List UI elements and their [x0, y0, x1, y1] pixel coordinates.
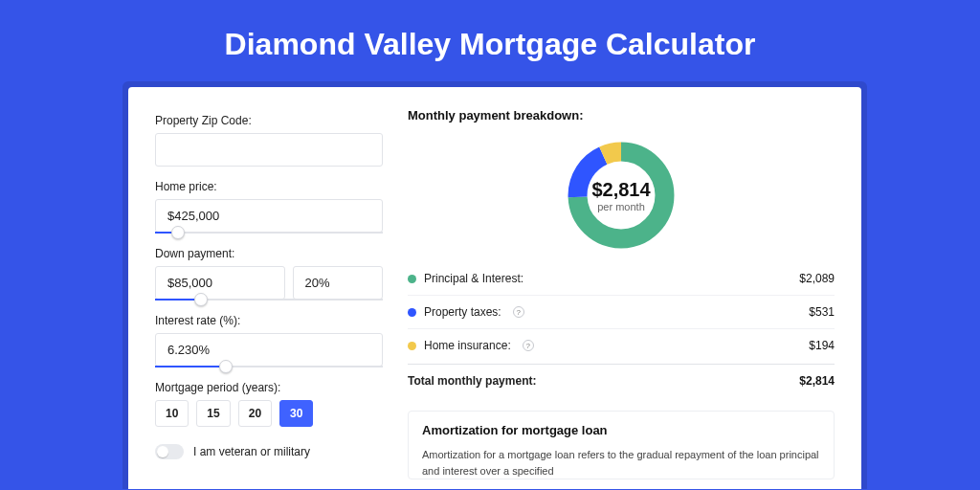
donut-chart-container: $2,814 per month	[408, 132, 835, 262]
home-price-slider[interactable]	[155, 232, 383, 234]
home-price-slider-thumb[interactable]	[171, 226, 185, 239]
donut-amount: $2,814	[591, 179, 650, 201]
mortgage-period-field: Mortgage period (years): 10 15 20 30	[155, 381, 383, 427]
home-price-field: Home price:	[155, 180, 383, 234]
legend-total-label: Total monthly payment:	[408, 374, 536, 388]
legend-value-taxes: $531	[809, 305, 835, 319]
down-payment-field: Down payment:	[155, 247, 383, 301]
donut-center: $2,814 per month	[564, 138, 679, 253]
period-option-10[interactable]: 10	[155, 400, 189, 427]
swatch-insurance	[408, 342, 416, 350]
legend-row-principal: Principal & Interest: $2,089	[408, 262, 835, 295]
veteran-toggle-knob	[157, 446, 168, 457]
interest-rate-slider[interactable]	[155, 366, 383, 368]
home-price-input[interactable]	[155, 199, 383, 233]
amortization-box: Amortization for mortgage loan Amortizat…	[408, 411, 835, 479]
veteran-toggle-label: I am veteran or military	[193, 445, 310, 458]
home-price-label: Home price:	[155, 180, 383, 193]
amortization-text: Amortization for a mortgage loan refers …	[422, 447, 820, 479]
legend-row-taxes: Property taxes: ? $531	[408, 295, 835, 328]
down-payment-slider[interactable]	[155, 299, 383, 301]
interest-rate-label: Interest rate (%):	[155, 314, 383, 327]
legend-label-taxes: Property taxes:	[424, 305, 501, 319]
swatch-taxes	[408, 308, 416, 317]
legend-row-insurance: Home insurance: ? $194	[408, 328, 835, 362]
interest-rate-field: Interest rate (%):	[155, 314, 383, 368]
calculator-card: Property Zip Code: Home price: Down paym…	[128, 87, 861, 489]
page-title: Diamond Valley Mortgage Calculator	[0, 0, 980, 81]
down-payment-input[interactable]	[155, 266, 285, 300]
donut-subtext: per month	[597, 201, 645, 212]
breakdown-column: Monthly payment breakdown: $2,814 per mo…	[406, 87, 861, 489]
form-column: Property Zip Code: Home price: Down paym…	[128, 87, 406, 489]
down-payment-slider-thumb[interactable]	[194, 293, 208, 306]
info-icon[interactable]: ?	[523, 340, 534, 351]
legend: Principal & Interest: $2,089 Property ta…	[408, 262, 835, 397]
swatch-principal	[408, 275, 416, 283]
info-icon[interactable]: ?	[513, 306, 524, 318]
period-option-20[interactable]: 20	[238, 400, 272, 427]
breakdown-title: Monthly payment breakdown:	[408, 108, 835, 122]
zip-code-input[interactable]	[155, 133, 383, 167]
interest-rate-input[interactable]	[155, 333, 383, 367]
mortgage-period-label: Mortgage period (years):	[155, 381, 383, 394]
veteran-toggle[interactable]	[155, 444, 184, 459]
period-option-15[interactable]: 15	[196, 400, 230, 427]
legend-value-insurance: $194	[809, 339, 835, 352]
legend-total-value: $2,814	[799, 374, 835, 388]
interest-rate-slider-thumb[interactable]	[219, 360, 233, 373]
legend-label-principal: Principal & Interest:	[424, 272, 523, 285]
legend-label-insurance: Home insurance:	[424, 339, 511, 352]
card-shadow: Property Zip Code: Home price: Down paym…	[122, 81, 867, 489]
donut-chart: $2,814 per month	[564, 138, 679, 253]
mortgage-period-options: 10 15 20 30	[155, 400, 383, 427]
veteran-toggle-row: I am veteran or military	[155, 444, 383, 459]
down-payment-pct-input[interactable]	[293, 266, 383, 300]
zip-code-field: Property Zip Code:	[155, 114, 383, 167]
period-option-30[interactable]: 30	[279, 400, 313, 427]
down-payment-label: Down payment:	[155, 247, 383, 260]
legend-value-principal: $2,089	[799, 272, 835, 285]
zip-code-label: Property Zip Code:	[155, 114, 383, 127]
legend-row-total: Total monthly payment: $2,814	[408, 364, 835, 397]
amortization-title: Amortization for mortgage loan	[422, 423, 820, 437]
card-container: Property Zip Code: Home price: Down paym…	[0, 81, 980, 489]
